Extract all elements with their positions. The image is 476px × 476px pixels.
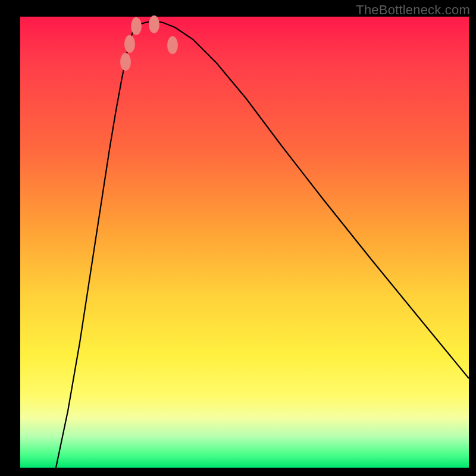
marker-bottom-left [131,17,142,35]
marker-right [167,36,178,54]
chart-frame: TheBottleneck.com [0,0,476,476]
plot-area [20,17,469,468]
marker-bottom-right [149,15,159,33]
curve-layer [20,17,469,468]
marker-group [120,15,178,71]
bottleneck-curve [56,21,469,468]
marker-left-upper [120,53,131,71]
marker-left-lower [124,35,135,53]
watermark-text: TheBottleneck.com [356,2,470,18]
